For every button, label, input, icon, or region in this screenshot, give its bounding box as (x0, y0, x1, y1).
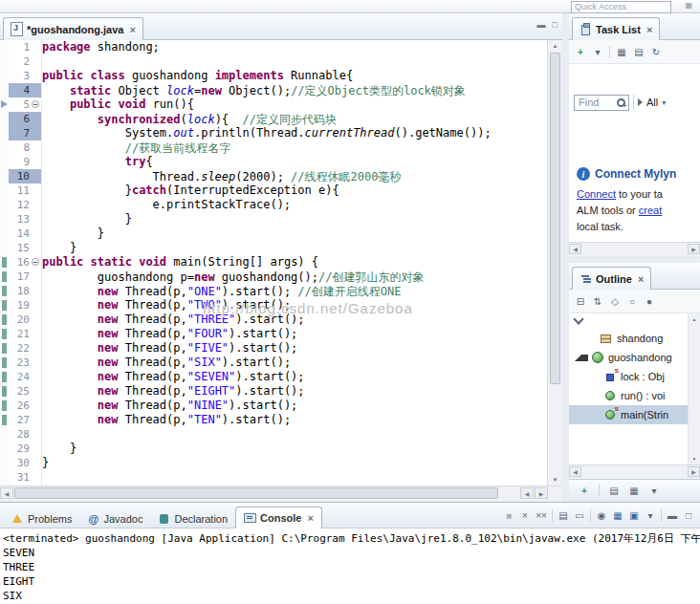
view-menu-icon[interactable]: ▾ (646, 484, 662, 499)
chevron-right-icon[interactable] (638, 98, 643, 106)
code-line[interactable]: new Thread(p,"ONE").start(); //创建开启线程ONE (42, 284, 547, 298)
open-console-icon[interactable]: ▣ (626, 507, 642, 523)
code-line[interactable]: new Thread(p,"FIVE").start(); (42, 341, 547, 356)
outline-item[interactable]: slock : Obj (569, 367, 700, 386)
annotation-cell[interactable] (0, 456, 9, 470)
scroll-down-icon[interactable]: ▼ (548, 477, 562, 483)
annotation-cell[interactable] (0, 183, 9, 198)
outline-item[interactable]: smain(Strin (569, 405, 700, 424)
tab-declaration[interactable]: Declaration (150, 508, 235, 528)
remove-all-launches-icon[interactable]: ×× (534, 507, 549, 523)
clear-console-icon[interactable]: ▭ (572, 507, 587, 523)
scroll-right-icon[interactable]: ▶ (688, 466, 700, 477)
minimize-view-icon[interactable]: ▬ (665, 507, 680, 523)
code-line[interactable]: }catch(InterruptedException e){ (42, 183, 547, 198)
annotation-cell[interactable] (0, 442, 9, 456)
hide-fields-icon[interactable]: ◇ (607, 293, 623, 309)
fold-toggle-icon[interactable] (30, 255, 41, 270)
annotation-cell[interactable] (0, 327, 9, 341)
code-line[interactable]: synchronized(lock){ //定义同步代码块 (42, 112, 547, 126)
scroll-up-icon[interactable]: ▲ (548, 43, 562, 49)
outline-item[interactable]: run() : voi (569, 386, 700, 405)
annotation-cell[interactable] (0, 212, 9, 226)
terminate-icon[interactable]: ■ (501, 507, 516, 523)
editor-tab[interactable]: *guoshandong.java × (3, 17, 143, 40)
annotation-cell[interactable] (0, 69, 9, 83)
line-number-ruler[interactable]: 1234567891011121314151617181920212223242… (9, 40, 42, 485)
maximize-icon[interactable]: □ (553, 20, 558, 30)
annotation-cell[interactable] (0, 112, 9, 126)
new-task-icon[interactable]: + (573, 44, 588, 59)
code-line[interactable]: } (42, 226, 547, 241)
close-icon[interactable]: × (646, 24, 652, 35)
close-icon[interactable]: × (638, 273, 644, 285)
tab-outline[interactable]: Outline × (572, 267, 651, 290)
open-console-dropdown-icon[interactable]: ▾ (643, 507, 658, 523)
code-line[interactable]: } (42, 212, 547, 226)
code-line[interactable]: System.out.println(Thread.currentThread(… (42, 126, 547, 140)
scroll-lock-icon[interactable]: ▤ (556, 507, 571, 523)
annotation-cell[interactable] (0, 169, 9, 183)
annotation-cell[interactable] (0, 427, 9, 442)
outline-item[interactable]: shandong (569, 329, 700, 348)
code-line[interactable]: Thread.sleep(2000); //线程休眠2000毫秒 (42, 169, 547, 183)
pin-console-icon[interactable]: ◉ (594, 507, 609, 523)
annotation-cell[interactable] (0, 284, 9, 298)
annotation-cell[interactable] (0, 255, 9, 270)
code-line[interactable]: e.printStackTrace(); (42, 198, 547, 212)
annotation-cell[interactable] (0, 470, 9, 485)
annotation-cell[interactable] (0, 226, 9, 241)
code-line[interactable]: guoshandong p=new guoshandong();//创建郭山东的… (42, 270, 547, 284)
outline-vscrollbar[interactable]: ▲ ▼ (688, 313, 700, 464)
scope-all-dropdown[interactable]: All (646, 97, 658, 108)
annotation-cell[interactable] (0, 356, 9, 370)
vscroll-thumb[interactable] (550, 53, 560, 384)
code-line[interactable]: public void run(){ (42, 97, 547, 112)
code-line[interactable]: public static void main(String[] args) { (42, 255, 547, 270)
scroll-left-icon[interactable]: ◀ (0, 487, 13, 499)
code-line[interactable]: } (42, 456, 547, 470)
editor-vscrollbar[interactable]: ▲ ▼ (547, 40, 562, 485)
collapse-all-icon[interactable]: ⊟ (573, 293, 588, 309)
annotation-cell[interactable] (0, 198, 9, 212)
find-input[interactable]: Find (574, 95, 629, 111)
code-line[interactable]: new Thread(p,"SEVEN").start(); (42, 370, 547, 384)
annotation-cell[interactable] (0, 370, 9, 384)
annotation-cell[interactable] (0, 413, 9, 427)
code-line[interactable]: //获取当前线程名字 (42, 140, 547, 155)
annotation-cell[interactable] (0, 341, 9, 356)
editor-hscrollbar[interactable]: ◀ ◀ ▶ (0, 485, 562, 502)
chevron-down-icon[interactable]: ▾ (662, 98, 666, 107)
display-console-icon[interactable]: ▦ (610, 507, 625, 523)
expander-icon[interactable] (575, 355, 588, 361)
annotation-cell[interactable] (0, 54, 9, 69)
code-line[interactable] (42, 54, 547, 69)
code-line[interactable]: } (42, 442, 547, 456)
scroll-right-icon[interactable]: ▶ (688, 244, 700, 254)
annotation-cell[interactable] (0, 140, 9, 155)
sync-tasks-icon[interactable]: ↻ (648, 44, 664, 59)
horizontal-splitter[interactable] (569, 256, 700, 263)
hscroll-thumb[interactable] (14, 487, 498, 499)
scroll-left-icon[interactable]: ◀ (569, 244, 581, 254)
code-line[interactable]: new Thread(p,"SIX").start(); (42, 356, 547, 370)
annotation-cell[interactable] (0, 384, 9, 399)
code-line[interactable]: static Object lock=new Object();//定义Obje… (42, 83, 547, 97)
scroll-left-icon[interactable]: ◀ (569, 466, 581, 477)
annotation-cell[interactable] (0, 399, 9, 413)
outline-item[interactable]: guoshandong (569, 348, 700, 367)
annotation-cell[interactable] (0, 83, 9, 97)
categorized-view-icon[interactable]: ▦ (614, 44, 629, 59)
scroll-right-icon[interactable]: ▶ (535, 487, 548, 499)
scroll-up-icon[interactable]: ▲ (689, 316, 700, 322)
console-output-area[interactable]: <terminated> guoshandong [Java Applicati… (0, 528, 700, 604)
tab-task-list[interactable]: Task List × (572, 17, 660, 40)
annotation-cell[interactable] (0, 298, 9, 313)
close-icon[interactable]: × (129, 24, 135, 35)
vertical-splitter[interactable] (562, 13, 569, 502)
code-line[interactable]: } (42, 241, 547, 255)
annotation-cell[interactable] (0, 97, 9, 112)
connect-link[interactable]: Connect (577, 188, 616, 200)
hide-static-icon[interactable]: ○ (624, 293, 640, 309)
outline-hscrollbar[interactable]: ◀ ▶ (569, 464, 700, 479)
